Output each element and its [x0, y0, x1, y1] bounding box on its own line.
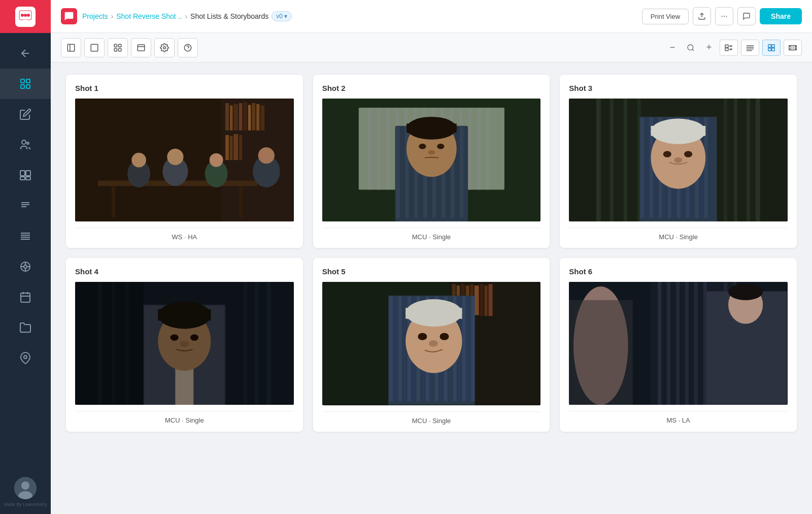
- svg-rect-102: [75, 99, 294, 221]
- share-button[interactable]: Share: [760, 8, 802, 24]
- svg-rect-150: [724, 99, 727, 221]
- settings-button[interactable]: [154, 38, 175, 57]
- shot-card-6[interactable]: Shot 6: [560, 258, 797, 431]
- svg-rect-235: [405, 308, 462, 319]
- svg-point-4: [27, 14, 30, 17]
- shot-4-title: Shot 4: [75, 267, 294, 276]
- svg-rect-63: [768, 44, 771, 47]
- svg-point-173: [684, 151, 692, 157]
- zoom-in-button[interactable]: +: [701, 40, 717, 55]
- svg-point-2: [21, 14, 24, 17]
- sidebar-item-cards[interactable]: [0, 160, 51, 190]
- shot-card-4[interactable]: Shot 4: [66, 258, 303, 431]
- sidebar-footer: Made By Leanometry: [4, 477, 47, 514]
- comment-button[interactable]: [737, 7, 756, 25]
- svg-rect-170: [709, 118, 713, 218]
- shot-3-image: [569, 99, 788, 221]
- avatar[interactable]: [14, 477, 37, 499]
- sidebar-item-location[interactable]: [0, 343, 51, 373]
- svg-point-12: [27, 142, 29, 144]
- svg-rect-208: [484, 285, 487, 316]
- shot-2-image: [322, 99, 541, 221]
- sidebar-logo[interactable]: [0, 0, 51, 33]
- sidebar-item-calendar[interactable]: [0, 282, 51, 312]
- svg-rect-155: [640, 118, 644, 218]
- view-filmstrip-button[interactable]: [784, 40, 802, 56]
- svg-point-48: [163, 46, 166, 49]
- sidebar-item-wheel[interactable]: [0, 251, 51, 282]
- sidebar-item-folder[interactable]: [0, 312, 51, 343]
- multi-grid-button[interactable]: [108, 38, 128, 57]
- svg-rect-206: [474, 285, 479, 315]
- svg-rect-213: [398, 297, 401, 401]
- view-list-detail-button[interactable]: [720, 40, 738, 56]
- shot-1-image: [75, 99, 294, 221]
- svg-rect-73: [795, 46, 796, 46]
- breadcrumb-projects[interactable]: Projects: [82, 12, 108, 20]
- svg-rect-53: [725, 45, 728, 47]
- svg-rect-135: [460, 127, 463, 218]
- shot-5-meta: MCU · Single: [322, 411, 541, 425]
- sidebar-item-back[interactable]: [0, 38, 51, 69]
- svg-rect-45: [119, 48, 121, 51]
- svg-point-232: [439, 333, 449, 340]
- header: Projects › Shot Reverse Shot .. › Shot L…: [51, 0, 812, 33]
- svg-rect-108: [386, 108, 389, 190]
- sidebar-item-list[interactable]: [0, 221, 51, 251]
- strip-view-button[interactable]: [131, 38, 151, 57]
- svg-rect-242: [685, 282, 689, 405]
- shot-3-title: Shot 3: [569, 84, 788, 92]
- svg-line-52: [692, 49, 694, 51]
- view-list-button[interactable]: [741, 40, 759, 56]
- svg-rect-14: [26, 171, 30, 176]
- shot-card-2[interactable]: Shot 2: [313, 75, 550, 248]
- panel-view-button[interactable]: [61, 38, 81, 57]
- svg-rect-228: [466, 297, 470, 401]
- svg-rect-30: [21, 293, 30, 302]
- shot-card-1[interactable]: Shot 1: [66, 75, 303, 248]
- svg-point-172: [663, 151, 671, 157]
- zoom-fit-button[interactable]: [683, 40, 698, 55]
- svg-point-3: [24, 14, 27, 17]
- sidebar-item-edit[interactable]: [0, 99, 51, 130]
- view-grid-button[interactable]: [762, 40, 781, 56]
- sidebar: Made By Leanometry: [0, 0, 51, 514]
- made-by-label: Made By Leanometry: [4, 501, 47, 508]
- svg-rect-13: [20, 171, 25, 176]
- svg-rect-212: [394, 297, 397, 401]
- breadcrumb: Projects › Shot Reverse Shot .. › Shot L…: [82, 11, 637, 21]
- version-badge[interactable]: v0 ▾: [272, 11, 292, 21]
- header-actions: Print View ··· Share: [642, 7, 802, 25]
- sidebar-item-notes[interactable]: [0, 190, 51, 221]
- shot-6-title: Shot 6: [569, 267, 788, 276]
- svg-rect-211: [389, 297, 393, 401]
- svg-rect-148: [624, 99, 627, 221]
- svg-rect-146: [596, 99, 601, 221]
- shot-card-3[interactable]: Shot 3: [560, 75, 797, 248]
- sidebar-item-storyboard[interactable]: [0, 69, 51, 99]
- svg-rect-119: [486, 108, 490, 190]
- sidebar-item-people[interactable]: [0, 130, 51, 160]
- toolbar: − +: [51, 33, 812, 62]
- help-button[interactable]: [178, 38, 198, 57]
- svg-rect-46: [138, 45, 145, 51]
- print-view-button[interactable]: Print View: [642, 9, 689, 24]
- svg-rect-8: [26, 79, 30, 83]
- svg-rect-229: [471, 297, 475, 401]
- zoom-out-button[interactable]: −: [665, 40, 680, 55]
- frame-view-button[interactable]: [84, 38, 105, 57]
- breadcrumb-sep-2: ›: [185, 12, 187, 20]
- svg-rect-66: [772, 48, 775, 51]
- breadcrumb-project[interactable]: Shot Reverse Shot ..: [116, 12, 182, 20]
- svg-point-139: [428, 150, 435, 154]
- svg-rect-56: [725, 48, 728, 50]
- svg-rect-65: [768, 48, 771, 51]
- svg-rect-121: [396, 127, 399, 218]
- svg-rect-176: [651, 126, 706, 136]
- svg-rect-249: [569, 300, 633, 405]
- shot-card-5[interactable]: Shot 5: [313, 258, 550, 431]
- more-button[interactable]: ···: [715, 7, 733, 25]
- svg-rect-239: [658, 282, 661, 405]
- svg-rect-44: [114, 48, 117, 51]
- upload-button[interactable]: [693, 7, 711, 25]
